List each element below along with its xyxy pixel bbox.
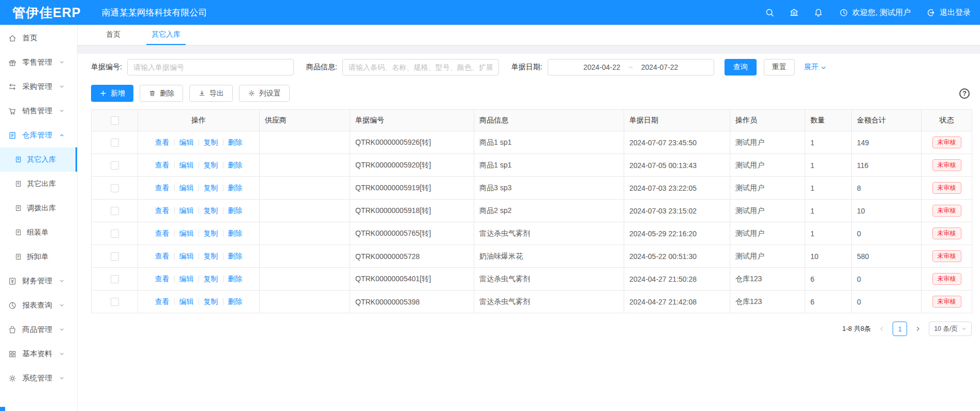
cell-date: 2024-07-05 00:13:43 <box>624 154 730 177</box>
search-icon[interactable] <box>765 8 775 18</box>
edit-link[interactable]: 编辑 <box>179 184 194 192</box>
row-checkbox[interactable] <box>111 161 119 170</box>
tab-other-inbound[interactable]: 其它入库 <box>146 25 186 45</box>
sidebar-item-finance[interactable]: 财务管理 <box>0 269 77 293</box>
view-link[interactable]: 查看 <box>155 206 170 215</box>
copy-link[interactable]: 复制 <box>204 184 218 192</box>
edit-link[interactable]: 编辑 <box>179 138 194 146</box>
delete-link[interactable]: 删除 <box>228 252 243 260</box>
delete-link[interactable]: 删除 <box>228 184 243 192</box>
delete-link[interactable]: 删除 <box>228 206 243 215</box>
chevron-up-icon <box>59 132 65 138</box>
content-panel: 单据编号: 商品信息: 单据日期: 2024-04-22 ~ 2024-07-2… <box>78 54 980 411</box>
row-checkbox[interactable] <box>111 139 119 147</box>
sidebar-item-retail[interactable]: 零售管理 <box>0 50 77 74</box>
app-logo: 管伊佳ERP <box>12 4 81 21</box>
cell-amount: 0 <box>852 268 922 291</box>
view-link[interactable]: 查看 <box>155 229 170 237</box>
sidebar-item-other-outbound[interactable]: 其它出库 <box>0 172 77 196</box>
status-badge: 未审核 <box>932 296 961 308</box>
view-link[interactable]: 查看 <box>155 275 170 283</box>
date-from: 2024-04-22 <box>583 63 621 71</box>
delete-button[interactable]: 删除 <box>140 85 183 102</box>
edit-link[interactable]: 编辑 <box>179 275 194 283</box>
next-page-button[interactable] <box>912 322 924 336</box>
sidebar-item-assembly[interactable]: 组装单 <box>0 220 77 245</box>
copy-link[interactable]: 复制 <box>204 229 218 237</box>
view-link[interactable]: 查看 <box>155 252 170 260</box>
sidebar-item-label: 采购管理 <box>22 82 52 92</box>
cell-qty: 1 <box>805 131 852 154</box>
prev-page-button[interactable] <box>876 322 887 336</box>
sidebar-item-disassembly[interactable]: 拆卸单 <box>0 245 77 269</box>
delete-link[interactable]: 删除 <box>228 297 243 306</box>
row-checkbox[interactable] <box>111 275 119 283</box>
sidebar-item-warehouse[interactable]: 仓库管理 <box>0 123 77 147</box>
edit-link[interactable]: 编辑 <box>179 297 194 306</box>
column-settings-button[interactable]: 列设置 <box>239 85 290 102</box>
copy-link[interactable]: 复制 <box>204 297 218 306</box>
table-row: 查看编辑复制删除 QTRK00000005919[转] 商品3 sp3 2024… <box>92 177 972 200</box>
delete-link[interactable]: 删除 <box>228 138 243 146</box>
pagination-summary: 1-8 共8条 <box>842 324 871 333</box>
sidebar-item-reports[interactable]: 报表查询 <box>0 293 77 317</box>
delete-link[interactable]: 删除 <box>228 161 243 169</box>
sidebar-item-basedata[interactable]: 基本资料 <box>0 342 77 366</box>
sidebar-item-home[interactable]: 首页 <box>0 26 77 50</box>
select-all-checkbox[interactable] <box>111 116 119 125</box>
logout-button[interactable]: 退出登录 <box>926 8 971 18</box>
cell-order-no: QTRK00000005398 <box>350 291 474 313</box>
edit-link[interactable]: 编辑 <box>179 229 194 237</box>
delete-link[interactable]: 删除 <box>228 229 243 237</box>
page-number-button[interactable]: 1 <box>893 322 907 336</box>
export-button[interactable]: 导出 <box>189 85 233 102</box>
goods-info-input[interactable] <box>342 59 499 75</box>
delete-link[interactable]: 删除 <box>228 275 243 283</box>
sidebar-item-transfer-outbound[interactable]: 调拨出库 <box>0 196 77 220</box>
cell-operator: 测试用户 <box>730 222 805 245</box>
copy-link[interactable]: 复制 <box>204 138 218 146</box>
tab-home[interactable]: 首页 <box>101 25 126 45</box>
expand-link[interactable]: 展开 <box>804 63 826 72</box>
help-icon[interactable]: ? <box>959 88 970 99</box>
view-link[interactable]: 查看 <box>155 138 170 146</box>
view-link[interactable]: 查看 <box>155 297 170 306</box>
platform-icon[interactable] <box>789 8 799 18</box>
page-size-select[interactable]: 10 条/页 <box>929 322 972 336</box>
bill-no-input[interactable] <box>127 59 294 75</box>
view-link[interactable]: 查看 <box>155 184 170 192</box>
scrollbar-thumb[interactable] <box>0 407 5 411</box>
sidebar-item-system[interactable]: 系统管理 <box>0 366 77 390</box>
copy-link[interactable]: 复制 <box>204 206 218 215</box>
sidebar-item-sales[interactable]: 销售管理 <box>0 99 77 123</box>
bell-icon[interactable] <box>813 8 823 18</box>
date-range-picker[interactable]: 2024-04-22 ~ 2024-07-22 <box>548 59 714 75</box>
cell-goods: 雷达杀虫气雾剂 <box>474 268 624 291</box>
cell-amount: 8 <box>852 177 922 200</box>
copy-link[interactable]: 复制 <box>204 275 218 283</box>
sidebar-item-label: 零售管理 <box>22 57 52 67</box>
edit-link[interactable]: 编辑 <box>179 161 194 169</box>
chevron-down-icon <box>821 65 826 71</box>
row-checkbox[interactable] <box>111 207 119 215</box>
sidebar-item-other-inbound[interactable]: 其它入库 <box>0 147 77 172</box>
sidebar-item-purchase[interactable]: 采购管理 <box>0 74 77 99</box>
welcome-user[interactable]: 欢迎您, 测试用户 <box>839 8 911 18</box>
row-checkbox[interactable] <box>111 230 119 238</box>
reset-button[interactable]: 重置 <box>764 59 795 75</box>
sidebar-item-goods[interactable]: 商品管理 <box>0 317 77 342</box>
row-checkbox[interactable] <box>111 252 119 261</box>
view-link[interactable]: 查看 <box>155 161 170 169</box>
row-checkbox[interactable] <box>111 298 119 306</box>
edit-link[interactable]: 编辑 <box>179 206 194 215</box>
cell-goods: 商品2 sp2 <box>474 200 624 222</box>
copy-link[interactable]: 复制 <box>204 161 218 169</box>
copy-link[interactable]: 复制 <box>204 252 218 260</box>
row-checkbox[interactable] <box>111 184 119 192</box>
add-button[interactable]: 新增 <box>91 85 133 102</box>
cell-actions: 查看编辑复制删除 <box>138 291 260 313</box>
edit-link[interactable]: 编辑 <box>179 252 194 260</box>
cell-supplier <box>260 177 350 200</box>
sidebar-item-label: 系统管理 <box>22 373 52 383</box>
search-button[interactable]: 查询 <box>725 59 757 75</box>
